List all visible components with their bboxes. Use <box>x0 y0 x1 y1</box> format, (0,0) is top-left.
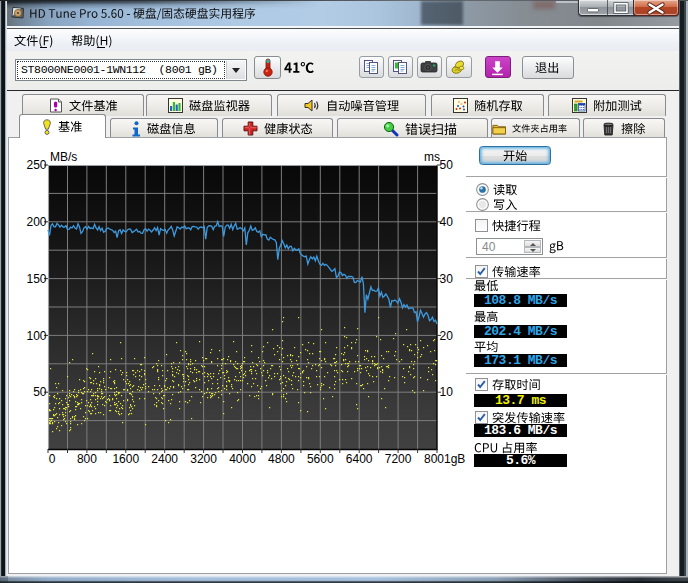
svg-text:100: 100 <box>26 329 46 343</box>
svg-text:6400: 6400 <box>346 452 373 466</box>
svg-text:20: 20 <box>440 329 454 343</box>
svg-text:50: 50 <box>33 385 47 399</box>
svg-text:50: 50 <box>440 158 454 172</box>
svg-text:0: 0 <box>49 452 56 466</box>
svg-text:8001gB: 8001gB <box>424 452 465 466</box>
svg-text:10: 10 <box>440 385 454 399</box>
svg-text:40: 40 <box>440 215 454 229</box>
svg-text:1600: 1600 <box>112 452 139 466</box>
svg-text:7200: 7200 <box>385 452 412 466</box>
svg-text:250: 250 <box>26 158 46 172</box>
svg-text:4800: 4800 <box>268 452 295 466</box>
svg-text:3200: 3200 <box>190 452 217 466</box>
svg-text:ms: ms <box>424 150 440 164</box>
svg-text:150: 150 <box>26 272 46 286</box>
svg-text:MB/s: MB/s <box>50 150 77 164</box>
svg-text:2400: 2400 <box>151 452 178 466</box>
svg-text:800: 800 <box>77 452 97 466</box>
svg-text:4000: 4000 <box>229 452 256 466</box>
svg-text:5600: 5600 <box>307 452 334 466</box>
svg-text:30: 30 <box>440 272 454 286</box>
svg-text:200: 200 <box>26 215 46 229</box>
